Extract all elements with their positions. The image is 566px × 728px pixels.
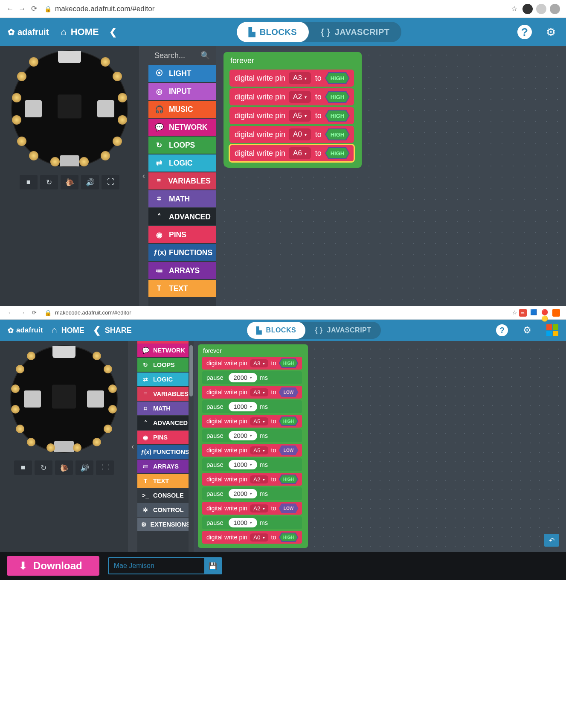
extension-icon[interactable]	[550, 4, 560, 14]
category-math[interactable]: ⌗MATH	[148, 190, 216, 208]
category-arrays[interactable]: ≔ARRAYS	[148, 262, 216, 280]
forward-button[interactable]: →	[16, 5, 28, 13]
forward-button[interactable]: →	[16, 309, 28, 316]
pin-dropdown[interactable]: A3▾	[250, 359, 269, 367]
touch-pad[interactable]	[50, 157, 60, 166]
fullscreen-button[interactable]: ⛶	[96, 460, 114, 475]
extension-icon[interactable]	[552, 309, 560, 317]
javascript-tab[interactable]: { } JAVASCRIPT	[305, 322, 380, 339]
category-extensions[interactable]: ⚙EXTENSIONS	[137, 518, 194, 532]
touch-pad[interactable]	[17, 137, 26, 146]
pause-block[interactable]: pause1000▾ms	[202, 400, 302, 413]
category-music[interactable]: 🎧MUSIC	[148, 101, 216, 119]
button-b[interactable]	[97, 100, 114, 117]
category-network[interactable]: 💬NETWORK	[148, 119, 216, 137]
category-variables[interactable]: ≡VARIABLES	[137, 387, 194, 402]
touch-pad[interactable]	[12, 115, 21, 125]
restart-button[interactable]: ↻	[40, 175, 58, 189]
search-input[interactable]	[154, 51, 197, 60]
pause-block[interactable]: pause2000▾ms	[202, 371, 302, 384]
value-dropdown[interactable]: HIGH	[279, 416, 299, 426]
stop-button[interactable]: ■	[14, 460, 32, 475]
value-dropdown[interactable]: HIGH	[279, 358, 299, 368]
touch-pad[interactable]	[11, 405, 20, 414]
duration-dropdown[interactable]: 2000▾	[229, 431, 257, 440]
category-advanced[interactable]: ˄ADVANCED	[148, 208, 216, 226]
digital-write-block[interactable]: digital write pinA3▾toHIGH	[202, 357, 302, 370]
restart-button[interactable]: ↻	[35, 460, 52, 475]
logo[interactable]: ✿ adafruit	[8, 326, 43, 335]
category-arrays[interactable]: ≔ARRAYS	[137, 460, 194, 474]
category-network[interactable]: 💬NETWORK	[137, 344, 194, 358]
category-variables[interactable]: ≡VARIABLES	[148, 172, 216, 190]
star-icon[interactable]: ☆	[511, 4, 517, 13]
category-input[interactable]: ◎INPUT	[148, 83, 216, 101]
value-dropdown[interactable]: HIGH	[279, 533, 299, 542]
category-console[interactable]: >_CONSOLE	[137, 489, 194, 503]
digital-write-block[interactable]: digital write pinA5▾toHIGH	[229, 107, 354, 124]
pause-block[interactable]: pause1000▾ms	[202, 458, 302, 471]
project-name-input[interactable]	[109, 562, 204, 570]
touch-pad[interactable]	[46, 443, 55, 452]
pin-dropdown[interactable]: A2▾	[289, 91, 311, 103]
circuit-playground-board[interactable]	[12, 51, 127, 166]
settings-button[interactable]: ⚙	[544, 25, 558, 39]
digital-write-block[interactable]: digital write pinA2▾toHIGH	[202, 473, 302, 486]
search-icon[interactable]: 🔍	[200, 51, 210, 60]
category-logic[interactable]: ⇄LOGIC	[148, 154, 216, 172]
blocks-tab[interactable]: ▙ BLOCKS	[247, 322, 305, 339]
value-dropdown[interactable]: LOW	[279, 504, 299, 513]
touch-pad[interactable]	[11, 384, 20, 393]
mute-button[interactable]: 🔊	[75, 460, 93, 475]
touch-pad[interactable]	[104, 425, 112, 433]
category-pins[interactable]: ◉PINS	[148, 226, 216, 244]
reload-button[interactable]: ⟳	[28, 4, 40, 13]
pin-dropdown[interactable]: A3▾	[289, 72, 311, 84]
touch-pad[interactable]	[118, 93, 127, 102]
collapse-simulator[interactable]: ‹	[139, 46, 148, 306]
reload-button[interactable]: ⟳	[28, 309, 40, 316]
pin-dropdown[interactable]: A5▾	[289, 110, 311, 122]
touch-pad[interactable]	[29, 151, 38, 160]
category-loops[interactable]: ↻LOOPS	[137, 358, 194, 373]
digital-write-block[interactable]: digital write pinA6▾toHIGH	[229, 145, 354, 162]
touch-pad[interactable]	[118, 115, 127, 125]
touch-pad[interactable]	[108, 384, 117, 393]
category-pins[interactable]: ◉PINS	[137, 431, 194, 445]
touch-pad[interactable]	[79, 157, 89, 166]
pause-block[interactable]: pause2000▾ms	[202, 429, 302, 442]
duration-dropdown[interactable]: 2000▾	[229, 373, 257, 382]
digital-write-block[interactable]: digital write pinA5▾toLOW	[202, 444, 302, 457]
touch-pad[interactable]	[101, 57, 110, 67]
button-a[interactable]	[24, 390, 41, 408]
share-button[interactable]: ❮ SHARE	[93, 325, 132, 336]
share-button[interactable]: ❮	[109, 26, 121, 38]
category-functions[interactable]: ƒ(x)FUNCTIONS	[137, 445, 194, 460]
collapse-simulator[interactable]: ‹	[128, 341, 137, 552]
extension-icon[interactable]	[522, 4, 533, 14]
category-advanced[interactable]: ˄ADVANCED	[137, 416, 194, 431]
touch-pad[interactable]	[27, 352, 35, 360]
duration-dropdown[interactable]: 1000▾	[229, 518, 257, 527]
undo-button[interactable]: ↶	[544, 534, 559, 547]
category-loops[interactable]: ↻LOOPS	[148, 137, 216, 154]
value-dropdown[interactable]: HIGH	[325, 91, 350, 103]
mute-button[interactable]: 🔊	[81, 175, 99, 189]
forever-block[interactable]: forever digital write pinA3▾toHIGHdigita…	[223, 52, 362, 168]
pin-dropdown[interactable]: A5▾	[250, 446, 269, 454]
forever-block[interactable]: forever digital write pinA3▾toHIGHpause2…	[198, 344, 308, 548]
digital-write-block[interactable]: digital write pinA3▾toHIGH	[229, 70, 354, 87]
touch-pad[interactable]	[16, 425, 24, 433]
blocks-tab[interactable]: ▙ BLOCKS	[237, 22, 309, 42]
touch-pad[interactable]	[17, 72, 26, 81]
pause-block[interactable]: pause2000▾ms	[202, 487, 302, 500]
touch-pad[interactable]	[73, 443, 81, 452]
help-button[interactable]: ?	[496, 324, 508, 336]
category-text[interactable]: TTEXT	[148, 280, 216, 298]
back-button[interactable]: ←	[4, 309, 16, 316]
button-a[interactable]	[25, 100, 42, 117]
scrollbar-thumb[interactable]	[189, 345, 193, 396]
value-dropdown[interactable]: HIGH	[325, 128, 350, 140]
value-dropdown[interactable]: LOW	[279, 387, 299, 397]
home-button[interactable]: ⌂ HOME	[51, 325, 84, 336]
